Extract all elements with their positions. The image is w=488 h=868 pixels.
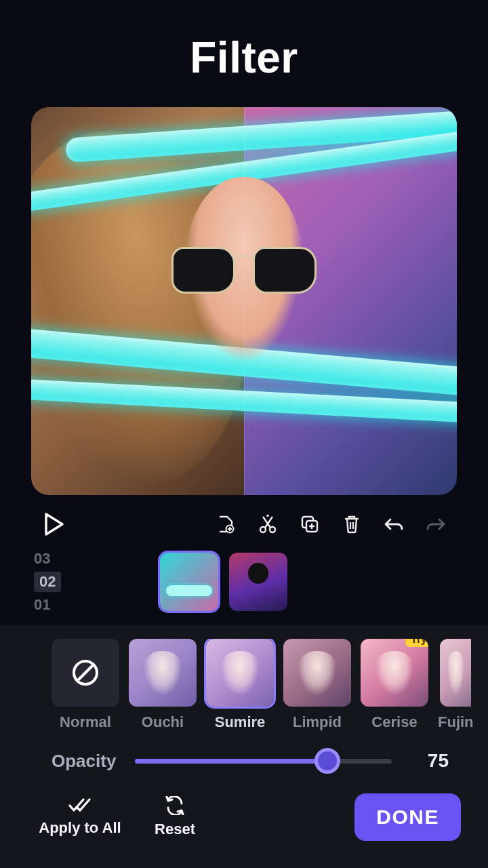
filter-label: Normal [60, 713, 111, 731]
done-button[interactable]: DONE [354, 793, 461, 841]
undo-icon[interactable] [373, 508, 415, 540]
try-badge: Try [405, 639, 428, 647]
filters-panel: Normal Ouchi Sumire Limpid Try Cerise [0, 625, 488, 868]
apply-all-label: Apply to All [39, 819, 121, 837]
redo-icon[interactable] [415, 508, 457, 540]
page-title: Filter [0, 33, 488, 83]
filter-label: Ouchi [142, 713, 184, 731]
filter-label: Limpid [293, 713, 342, 731]
track-number[interactable]: 03 [34, 550, 50, 568]
filter-list[interactable]: Normal Ouchi Sumire Limpid Try Cerise [0, 639, 488, 731]
filter-cerise[interactable]: Try Cerise [361, 639, 428, 731]
opacity-slider[interactable] [135, 750, 392, 772]
filter-label: Cerise [371, 713, 417, 731]
svg-point-1 [260, 527, 266, 532]
timeline-clip[interactable] [229, 553, 287, 611]
filter-ouchi[interactable]: Ouchi [129, 639, 197, 731]
trash-icon[interactable] [331, 508, 373, 540]
opacity-label: Opacity [52, 751, 116, 772]
filter-limpid[interactable]: Limpid [283, 639, 351, 731]
apply-all-button[interactable]: Apply to All [33, 797, 127, 837]
filter-fujin[interactable]: Fujin [438, 639, 474, 731]
play-button[interactable] [38, 508, 70, 540]
track-numbers: 03 02 01 [31, 550, 72, 614]
track-number[interactable]: 01 [34, 596, 50, 614]
reset-button[interactable]: Reset [127, 796, 222, 838]
preview-canvas[interactable] [31, 107, 457, 495]
svg-point-2 [270, 527, 275, 532]
no-filter-icon [52, 639, 119, 707]
svg-point-3 [266, 515, 269, 517]
filter-sumire[interactable]: Sumire [206, 639, 274, 731]
filter-normal[interactable]: Normal [52, 639, 119, 731]
slider-knob[interactable] [314, 748, 340, 774]
copy-icon[interactable] [289, 508, 331, 540]
svg-line-7 [77, 665, 94, 681]
filter-label: Fujin [438, 713, 474, 731]
tag-add-icon[interactable] [205, 508, 247, 540]
timeline: 03 02 01 [31, 551, 457, 613]
filter-label: Sumire [215, 713, 266, 731]
opacity-value: 75 [411, 750, 449, 772]
track-number[interactable]: 02 [34, 572, 61, 592]
cut-icon[interactable] [247, 508, 289, 540]
reset-icon [165, 796, 185, 815]
timeline-clip[interactable] [160, 553, 218, 611]
toolbar [31, 500, 457, 548]
compare-divider[interactable] [244, 107, 245, 495]
reset-label: Reset [155, 821, 195, 838]
check-all-icon [68, 797, 92, 814]
